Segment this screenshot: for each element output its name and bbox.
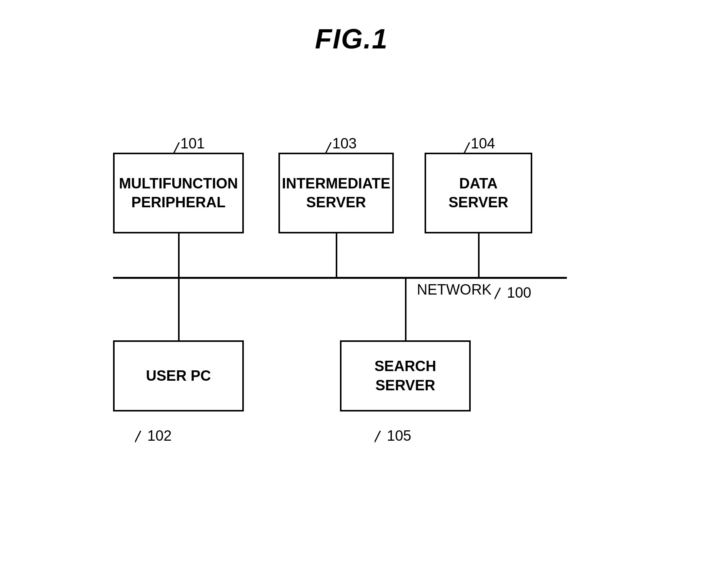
svg-line-1 — [325, 142, 331, 154]
ref-105: 105 — [381, 428, 411, 444]
ref-100: 100 — [501, 285, 531, 301]
ref-103: 103 — [332, 135, 356, 152]
svg-line-3 — [495, 288, 500, 299]
search-server-label: SEARCHSERVER — [375, 357, 436, 395]
line-searchserver-to-network — [405, 279, 406, 340]
ref-104: 104 — [471, 135, 495, 152]
network-text: NETWORK — [417, 282, 491, 298]
data-server-label: DATASERVER — [448, 174, 508, 212]
diagram-area: 101 MULTIFUNCTIONPERIPHERAL 103 INTERMED… — [82, 85, 621, 508]
line-multifunction-to-network — [178, 233, 180, 278]
multifunction-peripheral-label: MULTIFUNCTIONPERIPHERAL — [119, 174, 238, 212]
multifunction-peripheral-box: MULTIFUNCTIONPERIPHERAL — [113, 153, 244, 233]
line-userpc-to-network — [178, 279, 180, 340]
intermediate-server-label: INTERMEDIATESERVER — [282, 174, 390, 212]
line-dataserver-to-network — [478, 233, 480, 278]
user-pc-box: USER PC — [113, 340, 244, 411]
svg-line-0 — [173, 142, 179, 154]
user-pc-label: USER PC — [146, 366, 211, 385]
page: FIG.1 101 MULTIFUNCTIONPERIPHERAL 103 IN… — [0, 0, 703, 588]
svg-line-5 — [375, 431, 380, 442]
network-line — [113, 277, 567, 279]
svg-line-2 — [464, 142, 470, 154]
intermediate-server-box: INTERMEDIATESERVER — [278, 153, 394, 233]
ref-102: 102 — [142, 428, 172, 444]
line-intermediate-to-network — [336, 233, 337, 278]
ref-101: 101 — [180, 135, 205, 152]
network-label: NETWORK — [417, 282, 491, 298]
data-server-box: DATASERVER — [425, 153, 532, 233]
figure-title: FIG.1 — [315, 23, 388, 55]
svg-line-4 — [135, 431, 141, 442]
search-server-box: SEARCHSERVER — [340, 340, 471, 411]
